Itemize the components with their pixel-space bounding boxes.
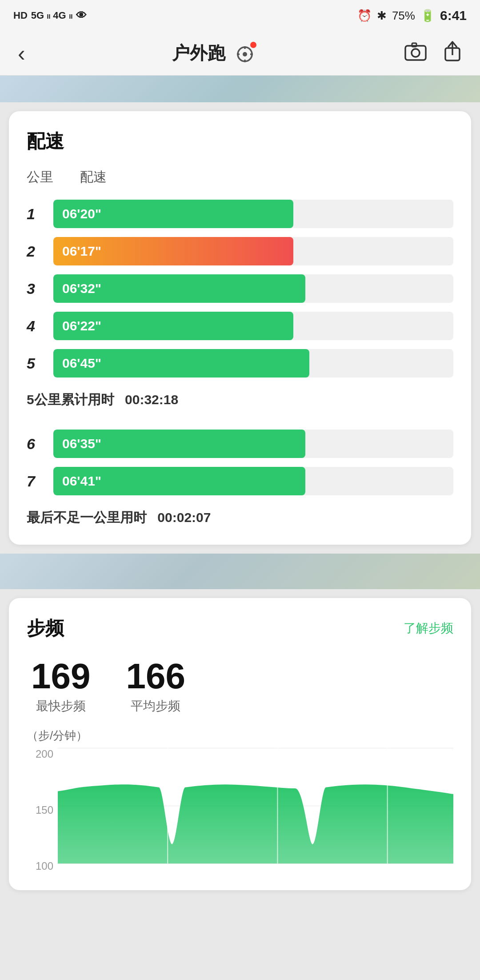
pace-card: 配速 公里 配速 1 06'20" 2 06'17" 3 xyxy=(9,111,471,545)
step-card: 步频 了解步频 169 最快步频 166 平均步频 （步/分钟） 200 150… xyxy=(9,598,471,890)
gridline-100 xyxy=(58,864,453,864)
svg-rect-6 xyxy=(405,46,426,60)
pace-km-1: 1 xyxy=(27,205,53,223)
pace-bar-3: 06'32" xyxy=(53,274,305,303)
map-strip-bottom xyxy=(0,554,480,589)
pace-km-6: 6 xyxy=(27,435,53,453)
pace-km-4: 4 xyxy=(27,317,53,335)
eye-icon: 👁 xyxy=(76,9,87,22)
step-stats: 169 最快步频 166 平均步频 xyxy=(27,659,453,715)
step-max-stat: 169 最快步频 xyxy=(31,659,90,715)
back-button[interactable]: ‹ xyxy=(18,40,25,66)
chart-svg xyxy=(58,748,453,864)
step-learn-link[interactable]: 了解步频 xyxy=(404,620,453,637)
pace-rows-extra: 6 06'35" 7 06'41" xyxy=(27,425,453,500)
nav-right-icons xyxy=(404,40,462,67)
status-left-icons: HD 5G ᵢₗ 4G ᵢₗ 👁 xyxy=(13,9,87,22)
pace-col-km: 公里 xyxy=(27,168,53,186)
time-display: 6:41 xyxy=(440,8,467,23)
camera-button[interactable] xyxy=(404,41,427,65)
pace-bar-container-7: 06'41" xyxy=(53,467,453,495)
pace-km-7: 7 xyxy=(27,473,53,490)
pace-row-6: 6 06'35" xyxy=(27,425,453,462)
pace-bar-2: 06'17" xyxy=(53,237,293,265)
step-unit: （步/分钟） xyxy=(27,728,453,743)
nav-center: 户外跑 xyxy=(172,41,257,66)
page-title: 户外跑 xyxy=(172,41,225,65)
pace-km-5: 5 xyxy=(27,355,53,372)
svg-point-5 xyxy=(243,52,247,56)
pace-bar-1: 06'20" xyxy=(53,200,293,228)
pace-row-4: 4 06'22" xyxy=(27,307,453,345)
pace-bar-container-5: 06'45" xyxy=(53,349,453,378)
pace-bar-label-5: 06'45" xyxy=(62,356,101,371)
pace-column-headers: 公里 配速 xyxy=(27,168,453,186)
step-avg-stat: 166 平均步频 xyxy=(126,659,185,715)
status-right-icons: ⏰ ✱ 75% 🔋 6:41 xyxy=(357,8,467,23)
pace-bar-label-6: 06'35" xyxy=(62,436,101,451)
pace-title: 配速 xyxy=(27,129,453,154)
pace-row-7: 7 06'41" xyxy=(27,462,453,500)
top-nav: ‹ 户外跑 xyxy=(0,31,480,76)
pace-row-3: 3 06'32" xyxy=(27,270,453,307)
status-bar: HD 5G ᵢₗ 4G ᵢₗ 👁 ⏰ ✱ 75% 🔋 6:41 xyxy=(0,0,480,31)
svg-rect-8 xyxy=(412,43,416,47)
pace-summary-last-label: 最后不足一公里用时 xyxy=(27,510,147,525)
chart-y-100: 100 xyxy=(36,860,53,872)
map-background-bottom xyxy=(0,554,480,589)
pace-bar-container-2: 06'17" xyxy=(53,237,453,265)
pace-bar-container-1: 06'20" xyxy=(53,200,453,228)
pace-bar-label-3: 06'32" xyxy=(62,281,101,296)
pace-bar-4: 06'22" xyxy=(53,312,293,340)
pace-bar-label-4: 06'22" xyxy=(62,318,101,333)
pace-summary-5km-time: 00:32:18 xyxy=(125,392,178,407)
location-active-dot xyxy=(250,42,256,48)
step-chart-area xyxy=(58,784,453,864)
bluetooth-icon: ✱ xyxy=(377,9,387,23)
step-avg-label: 平均步频 xyxy=(131,698,180,715)
pace-row-2: 2 06'17" xyxy=(27,233,453,270)
chart-y-200: 200 xyxy=(36,748,53,760)
map-background xyxy=(0,76,480,102)
chart-y-150: 150 xyxy=(36,804,53,816)
chart-y-labels: 200 150 100 xyxy=(27,748,58,872)
pace-summary-last-time: 00:02:07 xyxy=(157,510,211,525)
pace-col-pace: 配速 xyxy=(80,168,107,186)
battery-percent: 75% xyxy=(392,9,415,23)
pace-bar-container-6: 06'35" xyxy=(53,430,453,458)
alarm-icon: ⏰ xyxy=(357,9,372,23)
pace-row-5: 5 06'45" xyxy=(27,345,453,382)
step-max-label: 最快步频 xyxy=(36,698,86,715)
map-strip xyxy=(0,76,480,102)
pace-km-2: 2 xyxy=(27,243,53,260)
pace-rows-main: 1 06'20" 2 06'17" 3 06'32" xyxy=(27,195,453,382)
pace-bar-container-4: 06'22" xyxy=(53,312,453,340)
pace-bar-5: 06'45" xyxy=(53,349,309,378)
pace-bar-label-2: 06'17" xyxy=(62,244,101,259)
step-card-header: 步频 了解步频 xyxy=(27,616,453,641)
location-button[interactable] xyxy=(232,41,257,66)
pace-summary-5km: 5公里累计用时 00:32:18 xyxy=(27,391,453,409)
pace-km-3: 3 xyxy=(27,280,53,297)
pace-row-1: 1 06'20" xyxy=(27,195,453,233)
pace-bar-label-1: 06'20" xyxy=(62,206,101,221)
signal-icons: 5G ᵢₗ 4G ᵢₗ xyxy=(31,10,72,21)
step-title: 步频 xyxy=(27,616,64,641)
step-chart: 200 150 100 xyxy=(27,748,453,872)
pace-summary-last: 最后不足一公里用时 00:02:07 xyxy=(27,509,453,527)
share-button[interactable] xyxy=(443,40,462,67)
pace-bar-label-7: 06'41" xyxy=(62,474,101,489)
hd-icon: HD xyxy=(13,10,28,21)
battery-icon: 🔋 xyxy=(420,9,435,23)
pace-bar-7: 06'41" xyxy=(53,467,305,495)
pace-bar-container-3: 06'32" xyxy=(53,274,453,303)
pace-bar-6: 06'35" xyxy=(53,430,305,458)
svg-point-7 xyxy=(412,49,420,57)
step-max-value: 169 xyxy=(31,659,90,694)
step-avg-value: 166 xyxy=(126,659,185,694)
chart-plot xyxy=(58,748,453,864)
pace-summary-5km-label: 5公里累计用时 xyxy=(27,392,114,407)
